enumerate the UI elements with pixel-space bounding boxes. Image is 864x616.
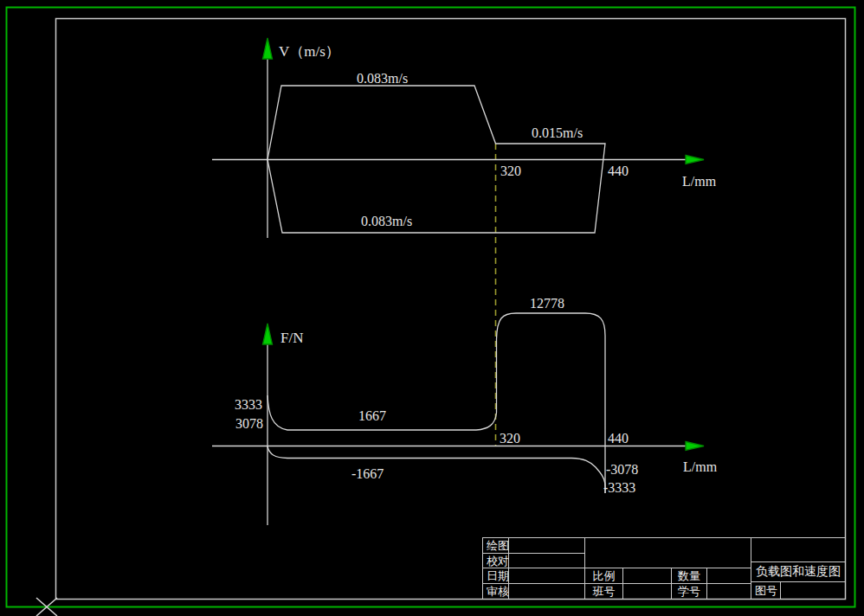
return-force-label: -1667 [351, 466, 384, 481]
title-block-value-draw [508, 537, 585, 554]
title-block-label-audit: 审核 [482, 583, 509, 600]
start-force-label-lower: 3078 [235, 416, 263, 431]
start-force-label-upper: 3333 [235, 397, 262, 412]
title-block-student-label: 学号 [671, 583, 707, 600]
title-block-drawing-no-label: 图号 [751, 581, 781, 600]
force-tick-440: 440 [608, 431, 629, 446]
title-block-quantity-value [706, 568, 751, 584]
working-force-curve [268, 313, 605, 493]
peak-force-label: 12778 [530, 296, 564, 311]
force-tick-320: 320 [500, 431, 520, 446]
title-block-drawing-no-value [780, 581, 846, 600]
return-force-curve [268, 446, 605, 493]
title-block-right-empty-cell [751, 537, 846, 562]
end-force-label-upper: -3078 [606, 462, 638, 477]
work-force-label: 1667 [358, 408, 386, 423]
velocity-tick-440: 440 [608, 164, 629, 178]
title-block-student-value [706, 583, 751, 600]
title-block-label-check: 校对 [482, 553, 509, 568]
title-block-value-check [508, 553, 585, 568]
title-block-value-audit [508, 583, 585, 600]
title-block-class-value [622, 583, 672, 600]
title-block-scale-value [622, 568, 672, 584]
outer-green-border [7, 8, 855, 607]
cad-drawing-canvas: V（m/s） 0.083m/s 0.015m/s 320 440 L/mm 0.… [0, 0, 864, 616]
drawing-layer: V（m/s） 0.083m/s 0.015m/s 320 440 L/mm 0.… [0, 0, 864, 616]
velocity-y-axis-arrow-icon [263, 38, 273, 59]
title-block-label-date: 日期 [482, 568, 509, 584]
force-chart: F/N 12778 3333 3078 1667 320 440 -1667 -… [212, 296, 718, 525]
title-block-class-label: 班号 [584, 583, 623, 600]
title-block-scale-label: 比例 [584, 568, 623, 584]
velocity-x-axis-arrow-icon [686, 156, 704, 164]
velocity-chart: V（m/s） 0.083m/s 0.015m/s 320 440 L/mm 0.… [212, 38, 717, 238]
force-y-axis-label: F/N [280, 330, 303, 346]
force-x-axis-arrow-icon [686, 442, 704, 451]
title-block-quantity-label: 数量 [671, 568, 707, 584]
return-speed-label: 0.083m/s [361, 214, 412, 228]
force-y-axis-arrow-icon [263, 324, 273, 344]
velocity-tick-320: 320 [500, 164, 521, 178]
sheet-frame [56, 19, 846, 600]
forward-speed-label: 0.083m/s [357, 71, 408, 86]
title-block-middle-empty-cell [584, 537, 751, 568]
slow-speed-label: 0.015m/s [532, 125, 583, 140]
velocity-y-axis-label: V（m/s） [279, 43, 340, 60]
velocity-x-axis-label: L/mm [682, 174, 717, 189]
title-block-value-date [508, 568, 585, 584]
end-force-label-lower: -3333 [603, 480, 635, 495]
force-x-axis-label: L/mm [683, 459, 718, 474]
title-block-label-draw: 绘图 [482, 537, 509, 554]
title-block-drawing-title: 负载图和速度图 [751, 561, 846, 582]
